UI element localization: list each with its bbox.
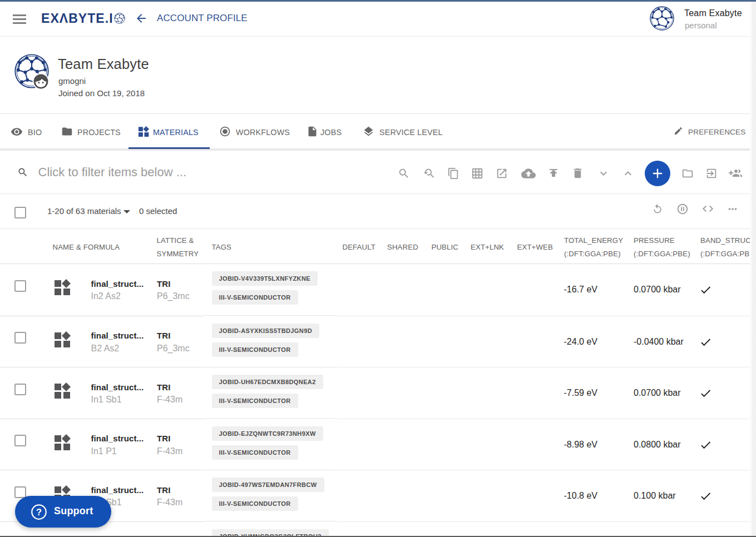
svg-text:?: ? [36, 506, 42, 516]
